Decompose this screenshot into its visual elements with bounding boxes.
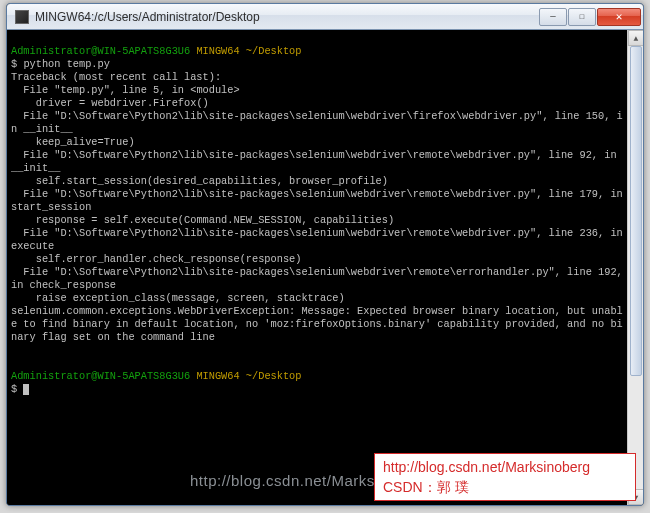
close-button[interactable]: ✕ <box>597 8 641 26</box>
tb-frame-0-code: driver = webdriver.Firefox() <box>11 97 209 109</box>
scroll-thumb[interactable] <box>630 46 642 376</box>
window-title: MINGW64:/c/Users/Administrator/Desktop <box>35 10 539 24</box>
watermark-box: http://blog.csdn.net/Marksinoberg CSDN：郭… <box>374 453 636 501</box>
tb-frame-1-file: File "D:\Software\Python2\lib\site-packa… <box>11 110 623 135</box>
prompt2-path: ~/Desktop <box>246 370 302 382</box>
terminal-window: MINGW64:/c/Users/Administrator/Desktop —… <box>6 3 644 506</box>
command-text: python temp.py <box>23 58 110 70</box>
maximize-button[interactable]: ☐ <box>568 8 596 26</box>
prompt2-env: MINGW64 <box>196 370 239 382</box>
tb-frame-5-file: File "D:\Software\Python2\lib\site-packa… <box>11 266 627 291</box>
tb-frame-0-file: File "temp.py", line 5, in <module> <box>11 84 240 96</box>
scroll-up-button[interactable]: ▲ <box>628 30 644 46</box>
tb-frame-4-file: File "D:\Software\Python2\lib\site-packa… <box>11 227 627 252</box>
prompt2-char: $ <box>11 383 17 395</box>
titlebar[interactable]: MINGW64:/c/Users/Administrator/Desktop —… <box>7 4 643 30</box>
minimize-button[interactable]: — <box>539 8 567 26</box>
tb-frame-5-code: raise exception_class(message, screen, s… <box>11 292 345 304</box>
tb-frame-3-file: File "D:\Software\Python2\lib\site-packa… <box>11 188 627 213</box>
prompt-char: $ <box>11 58 17 70</box>
tb-exception: selenium.common.exceptions.WebDriverExce… <box>11 305 623 343</box>
watermark-author: CSDN：郭 璞 <box>383 477 627 497</box>
tb-frame-2-code: self.start_session(desired_capabilities,… <box>11 175 388 187</box>
window-controls: — ☐ ✕ <box>539 8 641 26</box>
prompt-path: ~/Desktop <box>246 45 302 57</box>
app-icon <box>15 10 29 24</box>
prompt2-user-host: Administrator@WIN-5APATS8G3U6 <box>11 370 190 382</box>
scrollbar[interactable]: ▲ ▼ <box>627 30 643 505</box>
prompt-user-host: Administrator@WIN-5APATS8G3U6 <box>11 45 190 57</box>
tb-frame-1-code: keep_alive=True) <box>11 136 135 148</box>
traceback-header: Traceback (most recent call last): <box>11 71 221 83</box>
cursor <box>23 384 29 395</box>
tb-frame-2-file: File "D:\Software\Python2\lib\site-packa… <box>11 149 623 174</box>
tb-frame-4-code: self.error_handler.check_response(respon… <box>11 253 301 265</box>
prompt-env: MINGW64 <box>196 45 239 57</box>
tb-frame-3-code: response = self.execute(Command.NEW_SESS… <box>11 214 394 226</box>
terminal-body[interactable]: Administrator@WIN-5APATS8G3U6 MINGW64 ~/… <box>7 30 627 505</box>
watermark-url: http://blog.csdn.net/Marksinoberg <box>383 457 627 477</box>
